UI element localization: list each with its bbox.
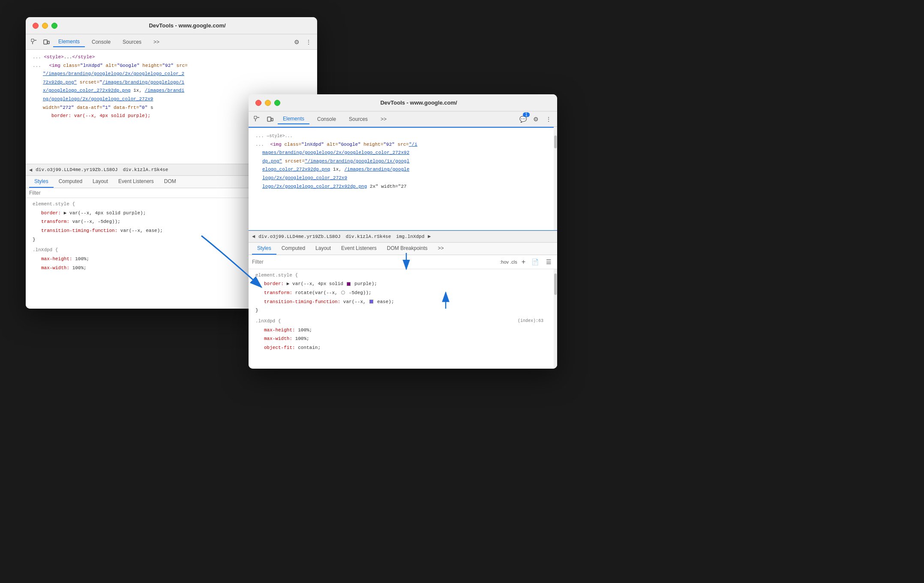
breadcrumb-left-arrow[interactable]: ◀: [29, 167, 32, 173]
breadcrumb-right-arrow-2[interactable]: ▶: [428, 233, 431, 240]
close-button-2[interactable]: [255, 100, 261, 106]
tab-layout-2[interactable]: Layout: [310, 243, 336, 255]
breadcrumb-item-2-3[interactable]: img.lnXdpd: [394, 234, 426, 240]
css-selector-line-2: element.style {: [249, 271, 557, 280]
html-line: ... <img class="lnXdpd" alt="Google" hei…: [249, 141, 557, 149]
html-line: ... <img class="lnXdpd" alt="Google" hei…: [26, 62, 317, 70]
css-selector-lnxdpd: .lnXdpd { (index):63: [249, 317, 557, 326]
breadcrumb-item-1[interactable]: div.o3j99.LLD4me.yr19Zb.LS8OJ: [34, 167, 119, 173]
minimize-button-1[interactable]: [42, 23, 48, 29]
css-transform-prop-line: transform: rotate(var(--x, -5deg));: [249, 288, 557, 298]
css-objectfit-prop: object-fit: contain;: [249, 343, 557, 352]
styles-tabs-2: Styles Computed Layout Event Listeners D…: [249, 243, 557, 255]
titlebar-1: DevTools - www.google.com/: [26, 17, 317, 34]
settings-icon-2[interactable]: ⚙: [531, 114, 541, 124]
tab-computed-2[interactable]: Computed: [276, 243, 310, 255]
tab-layout-1[interactable]: Layout: [87, 176, 113, 188]
device-icon-2[interactable]: [265, 114, 275, 124]
svg-rect-0: [31, 39, 34, 42]
add-style-rule-icon[interactable]: +: [521, 258, 526, 266]
html-line: ... —style>...: [249, 132, 557, 141]
device-icon[interactable]: [41, 37, 51, 47]
breadcrumb-item-2-2[interactable]: div.k1zlA.rSk4se: [344, 234, 393, 240]
checkbox-swatch[interactable]: [369, 300, 373, 304]
html-line: mages/branding/googlelogo/2x/googlelogo_…: [249, 149, 557, 157]
devtools-window-2: DevTools - www.google.com/ Elements Cons…: [249, 94, 557, 369]
tab-elements-2[interactable]: Elements: [278, 114, 309, 124]
index-ref: (index):63: [518, 317, 543, 325]
tab-more-1[interactable]: >>: [148, 37, 165, 47]
css-panel-2: element.style { border: ▶ var(--x, 4px s…: [249, 269, 557, 369]
traffic-lights-2: [255, 100, 280, 106]
tab-event-listeners-2[interactable]: Event Listeners: [336, 243, 382, 255]
close-button-1[interactable]: [33, 23, 39, 29]
tab-more-2[interactable]: >>: [375, 114, 392, 124]
html-panel-2: ... —style>... ... <img class="lnXdpd" a…: [249, 127, 557, 231]
tab-sources-1[interactable]: Sources: [117, 37, 147, 47]
css-brace-line-2: }: [249, 306, 557, 315]
breadcrumb-left-arrow-2[interactable]: ◀: [252, 233, 255, 240]
badge-count: 1: [523, 112, 530, 117]
tab-more-styles-2[interactable]: >>: [433, 243, 449, 255]
maximize-button-1[interactable]: [51, 23, 57, 29]
inspect-icon-2[interactable]: [252, 114, 262, 124]
css-maxwidth-prop: max-width: 100%;: [249, 334, 557, 343]
html-line: logo/2x/googlelogo_color_272x92dp.png 2x…: [249, 183, 557, 191]
tab-computed-1[interactable]: Computed: [54, 176, 87, 188]
more-icon-1[interactable]: ⋮: [303, 37, 314, 47]
svg-rect-4: [267, 117, 271, 121]
filter-input-2[interactable]: [252, 259, 496, 265]
breadcrumb-item-2-1[interactable]: div.o3j99.LLD4me.yr19Zb.LS8OJ: [257, 234, 342, 240]
toggle-css-changes-icon[interactable]: ☰: [543, 257, 554, 267]
html-line: 72x92dp.png" srcset="/images/branding/go…: [26, 78, 317, 87]
css-border-prop-line: border: ▶ var(--x, 4px solid purple);: [249, 279, 557, 288]
devtools-toolbar-1: Elements Console Sources >> ⚙ ⋮: [26, 34, 317, 50]
window-title-1: DevTools - www.google.com/: [64, 22, 310, 29]
html-line: dp.png" srcset="/images/branding/googlel…: [249, 157, 557, 166]
html-line: ... <style>...</style>: [26, 53, 317, 62]
traffic-lights-1: [33, 23, 57, 29]
html-line: elogo_color_272x92dp.png 1x, /images/bra…: [249, 165, 557, 174]
html-line: logo/2x/googlelogo_color_272x9: [249, 174, 557, 183]
circle-swatch[interactable]: [341, 291, 345, 295]
filter-bar-2: :hov .cls + 📄 ☰: [249, 255, 557, 269]
titlebar-2: DevTools - www.google.com/: [249, 94, 557, 111]
filter-pseudo-2[interactable]: :hov .cls: [500, 259, 517, 264]
color-swatch-purple[interactable]: [347, 282, 351, 286]
svg-rect-2: [48, 41, 49, 44]
tab-dom-breakpoints-2[interactable]: DOM Breakpoints: [382, 243, 433, 255]
css-maxheight-prop: max-height: 100%;: [249, 326, 557, 335]
settings-icon-1[interactable]: ⚙: [291, 37, 302, 47]
tab-styles-2[interactable]: Styles: [252, 243, 276, 255]
tab-console-1[interactable]: Console: [87, 37, 116, 47]
tab-console-2[interactable]: Console: [312, 114, 341, 124]
chat-icon-2[interactable]: 💬 1: [518, 114, 528, 124]
tab-styles-1[interactable]: Styles: [29, 176, 54, 188]
new-style-rule-icon[interactable]: 📄: [530, 257, 540, 267]
css-scrollbar-2[interactable]: [554, 269, 557, 369]
inspect-icon[interactable]: [29, 37, 39, 47]
minimize-button-2[interactable]: [265, 100, 271, 106]
maximize-button-2[interactable]: [274, 100, 280, 106]
breadcrumb-bar-2: ◀ div.o3j99.LLD4me.yr19Zb.LS8OJ div.k1zl…: [249, 231, 557, 243]
svg-rect-5: [271, 118, 273, 121]
devtools-toolbar-2: Elements Console Sources >> 💬 1 ⚙ ⋮: [249, 111, 557, 127]
breadcrumb-item-2[interactable]: div.k1zlA.rSk4se: [121, 167, 170, 173]
html-line: "/images/branding/googlelogo/2x/googlelo…: [26, 70, 317, 78]
window-title-2: DevTools - www.google.com/: [287, 99, 550, 106]
svg-rect-1: [44, 40, 47, 44]
css-transition-prop-line: transition-timing-function: var(--x, eas…: [249, 298, 557, 307]
scrollbar-2[interactable]: [554, 127, 557, 230]
tab-event-listeners-1[interactable]: Event Listeners: [113, 176, 159, 188]
tab-elements-1[interactable]: Elements: [53, 37, 85, 47]
tab-dom-1[interactable]: DOM: [159, 176, 181, 188]
svg-rect-3: [254, 116, 257, 119]
more-icon-2[interactable]: ⋮: [543, 114, 554, 124]
tab-sources-2[interactable]: Sources: [344, 114, 373, 124]
